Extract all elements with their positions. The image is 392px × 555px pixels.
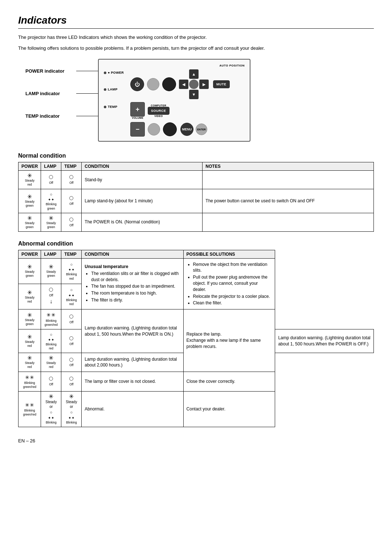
power-indicator-label-row: POWER indicator [25, 62, 98, 79]
solution-1: Remove the object from the ventilation s… [193, 262, 272, 274]
blinking-green-red-2: Blinkinggreen/red [21, 381, 38, 389]
volume-plus-button[interactable]: + [130, 102, 145, 117]
unusual-temp-bullet-1: The ventilation slits or air filter is c… [91, 271, 180, 283]
steady-red-label: Steadyred [21, 179, 38, 187]
circle-icon-7 [69, 336, 73, 340]
source-button[interactable]: SOURCE [148, 107, 170, 115]
abn-r6-condition: Abnormal. [82, 392, 183, 427]
steady-green-5: Steadygreen [21, 270, 38, 278]
temp-indicator-label: TEMP indicator [25, 113, 76, 119]
lamp-dot-row: LAMP [104, 88, 124, 91]
gray-button-2[interactable] [148, 123, 160, 135]
circle-icon-5 [49, 288, 53, 292]
normal-th-temp: TEMP [61, 162, 82, 171]
abn-r4-temp: Off [61, 353, 82, 372]
sun-icon-8: ✳ [21, 312, 38, 318]
steady-green-8: Steadygreen [21, 318, 38, 326]
sun-icon-13: ✳ [64, 394, 78, 400]
nav-left-button[interactable]: ◀ [179, 80, 188, 89]
circle-icon-3 [69, 196, 73, 200]
abn-r6-lamp: ✳ Steady or ○✦✦ Blinking [41, 392, 61, 427]
steady-red-3: Steadyred [21, 340, 38, 348]
temp-dot-row: TEMP [104, 105, 124, 109]
abn-r2-temp: Off [61, 309, 82, 329]
nav-pad-area: ▲ ◀ ▶ ▼ [179, 69, 209, 99]
blink-green-red-3: ✳✳ [25, 402, 34, 409]
computer-button[interactable] [147, 78, 159, 90]
off-label-7: Off [64, 342, 78, 346]
steady-green-label-3: Steadygreen [44, 221, 58, 229]
page-footer: EN – 26 [18, 438, 374, 443]
unusual-temp-solutions: Remove the object from the ventilation s… [187, 262, 272, 307]
off-label-6: Off [64, 320, 78, 324]
solution-2: Pull out the power plug andremove the ob… [193, 274, 272, 292]
circle-icon-9 [49, 377, 53, 381]
minus-button-col: − [130, 122, 145, 137]
nav-down-button[interactable]: ▼ [189, 90, 199, 99]
indicator-diagram: POWER indicator LAMP indicator TEMP indi… [25, 59, 374, 142]
abn-r2-condition: Lamp duration warning. (Lightning durati… [82, 309, 183, 353]
page-number: EN – 26 [18, 438, 35, 443]
abn-r1b-power: ✳ Steadyred [19, 284, 41, 309]
normal-r1-temp: Off [61, 171, 82, 189]
plus-button-col: + VOLUME [130, 102, 145, 119]
sun-icon-3: ✳ [21, 215, 38, 221]
lamp-dot [104, 88, 106, 91]
abn-r6-power: ✳✳ Blinkinggreen/red [19, 392, 41, 427]
nav-right-button[interactable]: ▶ [199, 80, 209, 89]
abn-r4-power: ✳ Steadyred [19, 353, 41, 372]
normal-row-2: ✳ Steadygreen ○✦✦ Blinkinggreen Off Lamp… [19, 189, 374, 213]
abnormal-row-2: ✳ Steadygreen ✳✳ Blinkinggreen/red Off L… [19, 309, 374, 329]
normal-condition-table: POWER LAMP TEMP CONDITION Notes ✳ Steady… [18, 162, 374, 232]
volume-minus-button[interactable]: − [130, 122, 145, 137]
enter-button[interactable]: ENTER [196, 123, 207, 135]
off-label-3: Off [64, 202, 78, 206]
off-label-2: Off [64, 181, 78, 185]
lamp-indicator-line [76, 93, 98, 94]
blink-combo-4: ○✦✦ [48, 332, 54, 343]
blinking-red-2: Blinkingred [64, 298, 78, 306]
abn-r1-temp: ○✦✦ Blinkingred [61, 258, 82, 284]
blinking-red-1: Blinkingred [64, 272, 78, 280]
dark-button-1[interactable] [162, 77, 176, 91]
power-dot [104, 72, 106, 74]
abn-r2-lamp: ✳✳ Blinkinggreen/red [41, 309, 61, 329]
power-button-col: ⏻ [130, 77, 144, 91]
abn-r5-condition: The lamp or filter cover is not closed. [82, 372, 183, 392]
sun-icon-10: ✳ [21, 355, 38, 361]
dark-button-2[interactable] [163, 122, 177, 136]
power-indicator-label: POWER indicator [25, 68, 76, 74]
solution-3: Relocate the projector to a cooler place… [193, 293, 272, 300]
normal-row-1: ✳ Steadyred Off Off Stand-by [19, 171, 374, 189]
power-button[interactable]: ⏻ [130, 77, 144, 91]
blink-combo-3: ○✦✦ [68, 287, 75, 298]
abnormal-th-power: POWER [19, 250, 41, 258]
abn-r5-lamp: Off [41, 372, 61, 392]
normal-r1-power: ✳ Steadyred [19, 171, 41, 189]
computer-label-small: COMPUTER [151, 104, 166, 107]
mute-button[interactable]: MUTE [213, 80, 230, 88]
steady-green-label-1: Steadygreen [21, 200, 38, 208]
menu-button[interactable]: MENU [180, 123, 193, 136]
remote-diagram: AUTO POSITION ● POWER LAMP TEMP [98, 59, 250, 142]
volume-label: VOLUME [132, 117, 143, 119]
power-dot-row: ● POWER [104, 71, 124, 74]
off-label-1: Off [44, 181, 58, 185]
sun-icon-1: ✳ [21, 173, 38, 179]
nav-up-button[interactable]: ▲ [189, 69, 199, 79]
blinking-green-label: Blinkinggreen [44, 202, 58, 210]
temp-indicator-line [76, 116, 98, 116]
abn-r3-temp: Off [61, 329, 82, 353]
abn-r3-condition: Lamp duration warning. (Lightning durati… [275, 329, 374, 353]
temp-dot-label: TEMP [108, 105, 117, 109]
blink-combo-6: ○✦✦ [68, 410, 75, 420]
remote-body: ● POWER LAMP TEMP ⏻ [104, 69, 245, 137]
down-arrow-icon: ↓ [44, 297, 58, 305]
circle-icon-10 [69, 377, 73, 381]
steady-label-2: Steady [64, 400, 78, 404]
normal-r3-lamp: ✳ Steadygreen [41, 213, 61, 231]
abn-r5-power: ✳✳ Blinkinggreen/red [19, 372, 41, 392]
abnormal-row-5: ✳✳ Blinkinggreen/red Off Off The lamp or… [19, 372, 374, 392]
nav-center-button[interactable] [189, 80, 199, 89]
abn-r4-condition: Lamp duration warning. (Lightning durati… [82, 353, 183, 372]
